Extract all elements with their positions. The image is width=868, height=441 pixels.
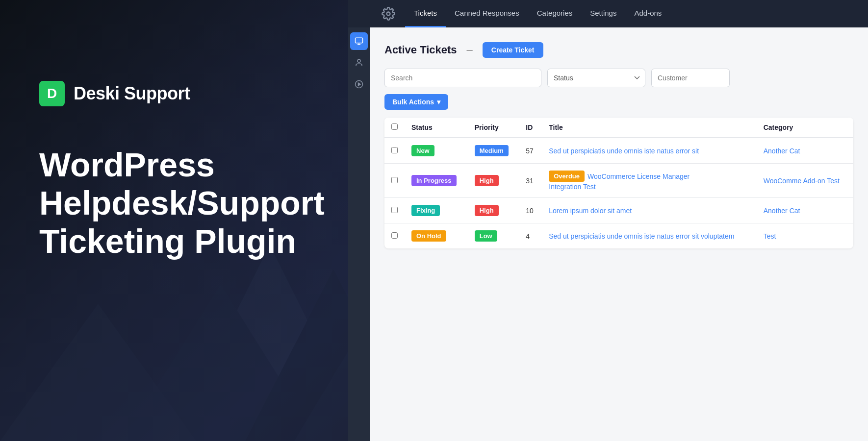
row-category-cell: Test <box>757 223 853 249</box>
content-area: Active Tickets – Create Ticket Status Ne… <box>348 27 868 441</box>
category-label: Another Cat <box>764 207 800 215</box>
main-content: Active Tickets – Create Ticket Status Ne… <box>370 27 868 441</box>
svg-marker-11 <box>358 83 361 86</box>
settings-icon <box>382 7 395 21</box>
top-nav: Tickets Canned Responses Categories Sett… <box>348 0 868 27</box>
play-icon <box>355 80 363 89</box>
row-checkbox[interactable] <box>391 207 398 213</box>
row-id-cell: 10 <box>519 198 542 223</box>
category-label: WooComme Add-on Test <box>764 177 840 185</box>
nav-settings[interactable]: Settings <box>581 0 625 27</box>
priority-badge: Low <box>475 230 497 242</box>
row-status-cell: Fixing <box>405 198 468 223</box>
nav-categories[interactable]: Categories <box>528 0 582 27</box>
svg-point-9 <box>357 59 360 62</box>
user-icon <box>355 58 363 67</box>
logo-icon: D <box>39 81 65 106</box>
title-cell-row: Overdue WooCommerce License Manager <box>549 171 749 182</box>
tickets-table: Status Priority ID Title Category <box>384 118 853 248</box>
row-title-cell: Overdue WooCommerce License Manager Inte… <box>542 164 756 198</box>
hero-line1: WordPress <box>39 146 348 184</box>
nav-links: Tickets Canned Responses Categories Sett… <box>405 0 670 27</box>
priority-badge: Medium <box>475 145 509 156</box>
left-panel: D Deski Support WordPress Helpdesk/Suppo… <box>0 0 387 441</box>
table-header-row: Status Priority ID Title Category <box>384 118 853 138</box>
status-badge: Fixing <box>411 205 440 216</box>
row-checkbox[interactable] <box>391 177 398 183</box>
sidebar-icon-tickets[interactable] <box>350 32 368 50</box>
sidebar-icon-user[interactable] <box>350 54 368 72</box>
table-row: In Progress High 31 Overdue WooCommerce … <box>384 164 853 198</box>
col-header-priority: Priority <box>468 118 519 138</box>
hero-text: WordPress Helpdesk/Support Ticketing Plu… <box>39 146 348 261</box>
row-title-cell: Sed ut perspiciatis unde omnis iste natu… <box>542 138 756 164</box>
filter-row: Status New In Progress Fixing On Hold Cl… <box>384 69 853 87</box>
bulk-row: Bulk Actions ▾ <box>384 94 853 110</box>
row-category-cell: WooComme Add-on Test <box>757 164 853 198</box>
priority-badge: High <box>475 175 499 186</box>
search-input[interactable] <box>384 69 541 87</box>
nav-tickets[interactable]: Tickets <box>405 0 446 27</box>
status-badge: In Progress <box>411 175 457 186</box>
row-priority-cell: High <box>468 164 519 198</box>
category-label: Test <box>764 232 776 240</box>
col-header-title: Title <box>542 118 756 138</box>
bulk-actions-button[interactable]: Bulk Actions ▾ <box>384 94 448 110</box>
ticket-title-link[interactable]: Sed ut perspiciatis unde omnis iste natu… <box>549 232 734 240</box>
hero-line3: Ticketing Plugin <box>39 222 348 260</box>
page-title: Active Tickets <box>384 44 457 56</box>
row-id-cell: 31 <box>519 164 542 198</box>
logo-area: D Deski Support <box>39 81 348 106</box>
row-title-cell: Sed ut perspiciatis unde omnis iste natu… <box>542 223 756 249</box>
col-header-category: Category <box>757 118 853 138</box>
ticket-title-link-2[interactable]: Integration Test <box>549 183 749 191</box>
nav-add-ons[interactable]: Add-ons <box>625 0 670 27</box>
create-ticket-button[interactable]: Create Ticket <box>483 42 543 58</box>
app-window: Tickets Canned Responses Categories Sett… <box>348 0 868 441</box>
row-checkbox-cell <box>384 138 405 164</box>
sidebar <box>348 27 370 441</box>
table-row: Fixing High 10 Lorem ipsum dolor sit ame… <box>384 198 853 223</box>
sidebar-icon-play[interactable] <box>350 75 368 93</box>
col-header-status: Status <box>405 118 468 138</box>
row-title-cell: Lorem ipsum dolor sit amet <box>542 198 756 223</box>
ticket-title-link[interactable]: WooCommerce License Manager <box>587 172 689 180</box>
svg-rect-6 <box>356 38 363 43</box>
status-select[interactable]: Status New In Progress Fixing On Hold Cl… <box>547 69 645 87</box>
status-badge: New <box>411 145 434 156</box>
ticket-title-link[interactable]: Sed ut perspiciatis unde omnis iste natu… <box>549 147 699 155</box>
row-checkbox[interactable] <box>391 232 398 239</box>
row-checkbox-cell <box>384 198 405 223</box>
bulk-actions-label: Bulk Actions <box>392 98 434 106</box>
bulk-actions-chevron-icon: ▾ <box>437 98 440 106</box>
table-row: On Hold Low 4 Sed ut perspiciatis unde o… <box>384 223 853 249</box>
row-checkbox[interactable] <box>391 147 398 153</box>
row-priority-cell: Medium <box>468 138 519 164</box>
row-status-cell: New <box>405 138 468 164</box>
priority-badge: High <box>475 205 499 216</box>
status-badge: On Hold <box>411 230 446 242</box>
row-checkbox-cell <box>384 223 405 249</box>
row-priority-cell: Low <box>468 223 519 249</box>
category-label: Another Cat <box>764 147 800 155</box>
ticket-title-link[interactable]: Lorem ipsum dolor sit amet <box>549 207 632 215</box>
nav-icon-area <box>378 7 399 21</box>
title-cell-container: Overdue WooCommerce License Manager Inte… <box>549 171 749 191</box>
row-id-cell: 4 <box>519 223 542 249</box>
tickets-header: Active Tickets – Create Ticket <box>384 42 853 58</box>
tickets-icon <box>355 37 363 46</box>
table-row: New Medium 57 Sed ut perspiciatis unde o… <box>384 138 853 164</box>
svg-point-5 <box>387 12 390 16</box>
row-status-cell: In Progress <box>405 164 468 198</box>
select-all-checkbox[interactable] <box>391 123 398 130</box>
title-dash: – <box>467 44 473 56</box>
overdue-badge: Overdue <box>549 171 585 182</box>
row-category-cell: Another Cat <box>757 138 853 164</box>
hero-line2: Helpdesk/Support <box>39 184 348 222</box>
row-status-cell: On Hold <box>405 223 468 249</box>
row-priority-cell: High <box>468 198 519 223</box>
nav-canned-responses[interactable]: Canned Responses <box>446 0 528 27</box>
brand-name: Deski Support <box>74 83 190 104</box>
col-header-checkbox <box>384 118 405 138</box>
customer-input[interactable] <box>651 69 730 87</box>
